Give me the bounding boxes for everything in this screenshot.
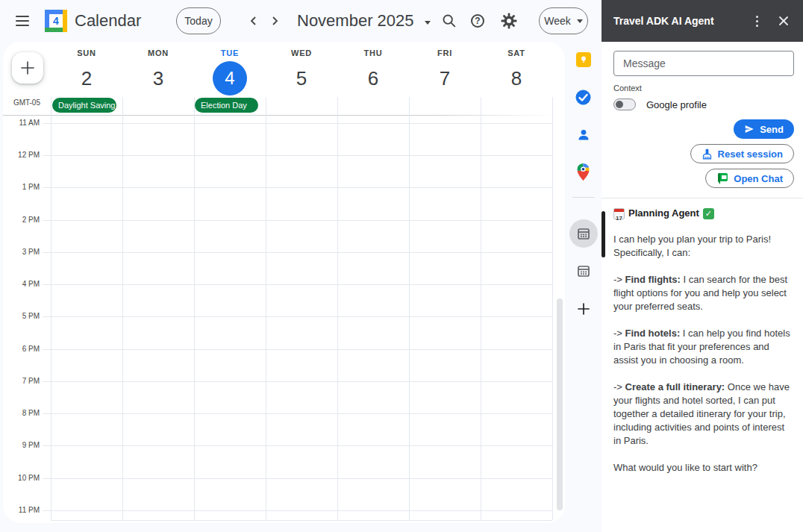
logo-day-number: 4 — [49, 14, 63, 28]
help-button[interactable] — [469, 12, 487, 30]
panel-header: Travel ADK AI Agent — [602, 0, 803, 42]
addon-travel-button[interactable] — [565, 219, 602, 248]
tasks-icon — [575, 90, 591, 105]
date-range-title[interactable]: November 2025 — [297, 11, 431, 31]
date-range-label: November 2025 — [297, 11, 414, 31]
prev-week-button[interactable] — [245, 12, 263, 30]
hour-label: 12 PM — [8, 151, 40, 159]
timezone-label: GMT-05 — [7, 98, 40, 107]
chat-paragraph: What would you like to start with? — [613, 461, 794, 475]
day-header-wed[interactable]: WED 5 — [266, 48, 337, 96]
google-profile-toggle-row: Google profile — [613, 98, 794, 110]
all-day-event-daylight-saving[interactable]: Daylight Saving Time — [52, 98, 116, 113]
calendar-addon-icon — [576, 263, 591, 278]
hour-row: 8 PM — [43, 413, 552, 414]
hour-row: 2 PM — [43, 220, 552, 221]
calendar-logo: 4 — [45, 10, 67, 32]
hour-label: 3 PM — [8, 248, 40, 256]
top-bar: 4 Calendar Today November 2025 — [0, 0, 602, 42]
open-chat-button[interactable]: Open Chat — [705, 169, 794, 188]
hour-row: 3 PM — [43, 252, 552, 253]
grid-vline — [266, 97, 266, 520]
hour-row: 10 PM — [43, 478, 552, 479]
chevron-down-icon — [577, 19, 583, 23]
maps-button[interactable] — [565, 163, 602, 181]
today-button[interactable]: Today — [176, 7, 221, 34]
gear-icon — [500, 12, 518, 30]
all-day-separator — [3, 115, 555, 116]
all-day-event-election-day[interactable]: Election Day — [195, 98, 258, 113]
settings-button[interactable] — [500, 12, 518, 30]
kebab-icon — [756, 16, 758, 18]
message-input[interactable] — [613, 51, 794, 76]
hour-label: 6 PM — [8, 345, 40, 353]
panel-scrollbar[interactable] — [602, 211, 605, 257]
agent-title: Planning Agent — [628, 207, 699, 220]
chat-paragraph: I can help you plan your trip to Paris! … — [613, 233, 794, 260]
side-rail — [565, 42, 602, 532]
grid-vline — [337, 97, 338, 520]
hour-label: 5 PM — [8, 312, 40, 320]
help-icon — [471, 14, 484, 28]
panel-body: Context Google profile Send Reset sessio… — [602, 42, 803, 475]
chat-paragraph: -> Find hotels: I can help you find hote… — [613, 327, 794, 367]
day-header-sat[interactable]: SAT 8 — [481, 48, 552, 96]
hour-label: 11 PM — [8, 506, 40, 514]
maps-icon — [577, 163, 590, 181]
day-header-mon[interactable]: MON 3 — [122, 48, 194, 96]
hour-label: 10 PM — [8, 474, 40, 482]
addon-calendar-button[interactable] — [565, 263, 602, 278]
day-header-tue-today[interactable]: TUE 4 — [194, 48, 266, 96]
next-week-button[interactable] — [266, 12, 284, 30]
kebab-menu-button[interactable] — [748, 12, 766, 30]
agent-header: 17 Planning Agent — [613, 207, 794, 220]
day-header-fri[interactable]: FRI 7 — [409, 48, 481, 96]
chevron-left-icon — [248, 15, 260, 27]
view-selector-label: Week — [544, 15, 571, 27]
contacts-button[interactable] — [565, 128, 602, 143]
agent-response: 17 Planning Agent I can help you plan yo… — [613, 198, 794, 475]
hour-label: 7 PM — [8, 377, 40, 385]
hamburger-menu-button[interactable] — [13, 12, 31, 30]
hour-row: 7 PM — [43, 381, 552, 382]
tasks-button[interactable] — [565, 90, 602, 105]
hour-row: 5 PM — [43, 316, 552, 317]
hour-label: 2 PM — [8, 216, 40, 224]
context-label: Context — [613, 84, 794, 93]
search-button[interactable] — [440, 12, 458, 30]
add-addon-button[interactable] — [565, 301, 602, 316]
hour-row: 1 PM — [43, 187, 552, 188]
chevron-down-icon — [425, 21, 431, 25]
check-emoji-icon — [703, 208, 714, 219]
hour-row: 12 PM — [43, 155, 552, 156]
hour-row: 6 PM — [43, 349, 552, 350]
hour-row: 4 PM — [43, 284, 552, 285]
reset-session-label: Reset session — [718, 148, 783, 160]
hour-label: 9 PM — [8, 441, 40, 449]
day-header-thu[interactable]: THU 6 — [337, 48, 409, 96]
logo-green-bar — [45, 28, 63, 32]
calendar-scrollbar[interactable] — [557, 298, 563, 510]
grid-vline — [409, 97, 410, 520]
hour-label: 1 PM — [8, 183, 40, 191]
google-profile-label: Google profile — [646, 99, 707, 110]
hour-label: 11 AM — [8, 119, 40, 127]
open-chat-label: Open Chat — [734, 173, 783, 184]
create-event-button[interactable] — [12, 52, 43, 84]
day-header-sun[interactable]: SUN 2 — [51, 48, 122, 96]
logo-yellow-bar — [63, 10, 67, 32]
week-view-selector[interactable]: Week — [539, 7, 588, 34]
contacts-icon — [576, 128, 591, 143]
reset-session-button[interactable]: Reset session — [690, 144, 794, 163]
grid-vline — [122, 97, 123, 520]
chat-paragraph: -> Find flights: I can search for the be… — [613, 273, 794, 313]
app-title: Calendar — [75, 11, 141, 31]
close-panel-button[interactable] — [775, 12, 793, 30]
send-icon — [744, 124, 754, 134]
keep-button[interactable] — [565, 52, 602, 67]
grid-vline — [552, 97, 553, 520]
keep-icon — [576, 52, 591, 67]
send-button[interactable]: Send — [734, 119, 794, 139]
google-profile-toggle[interactable] — [613, 98, 636, 110]
travel-adk-panel: Travel ADK AI Agent Context Google profi… — [602, 0, 803, 532]
